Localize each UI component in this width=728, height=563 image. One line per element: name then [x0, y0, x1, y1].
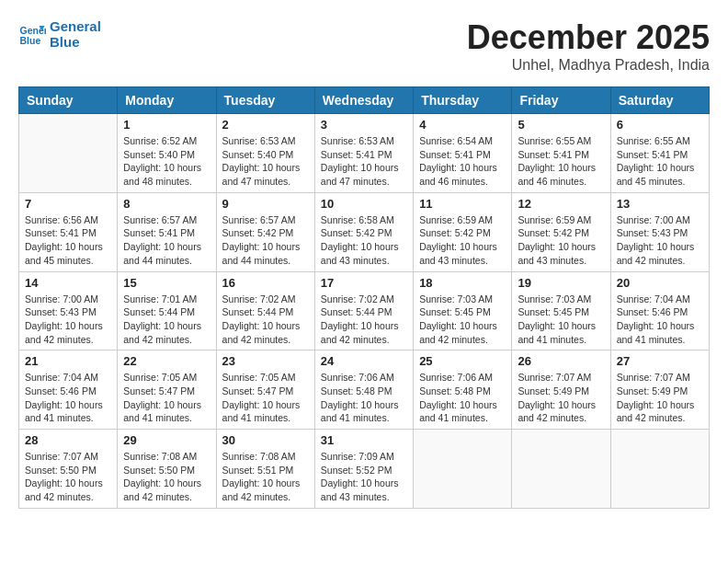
header-friday: Friday	[512, 87, 610, 114]
calendar-cell: 19Sunrise: 7:03 AMSunset: 5:45 PMDayligh…	[512, 271, 610, 350]
calendar-cell: 18Sunrise: 7:03 AMSunset: 5:45 PMDayligh…	[414, 271, 512, 350]
day-info: Sunrise: 7:07 AMSunset: 5:50 PMDaylight:…	[25, 450, 111, 504]
day-info: Sunrise: 6:55 AMSunset: 5:41 PMDaylight:…	[617, 134, 703, 189]
calendar-cell: 2Sunrise: 6:53 AMSunset: 5:40 PMDaylight…	[216, 114, 314, 193]
calendar-cell: 13Sunrise: 7:00 AMSunset: 5:43 PMDayligh…	[610, 192, 709, 271]
calendar-cell: 16Sunrise: 7:02 AMSunset: 5:44 PMDayligh…	[216, 271, 314, 350]
day-number: 29	[123, 433, 210, 447]
calendar-week-row: 21Sunrise: 7:04 AMSunset: 5:46 PMDayligh…	[19, 350, 710, 430]
calendar-cell: 27Sunrise: 7:07 AMSunset: 5:49 PMDayligh…	[610, 350, 709, 430]
calendar-cell: 9Sunrise: 6:57 AMSunset: 5:42 PMDaylight…	[216, 192, 314, 271]
day-info: Sunrise: 6:53 AMSunset: 5:40 PMDaylight:…	[222, 134, 309, 189]
day-info: Sunrise: 6:57 AMSunset: 5:41 PMDaylight:…	[123, 213, 210, 268]
day-info: Sunrise: 7:07 AMSunset: 5:49 PMDaylight:…	[518, 371, 604, 425]
calendar-cell: 22Sunrise: 7:05 AMSunset: 5:47 PMDayligh…	[118, 350, 216, 430]
day-number: 15	[123, 276, 210, 290]
day-number: 13	[617, 197, 703, 211]
day-number: 26	[518, 354, 604, 368]
calendar-cell	[610, 430, 709, 509]
day-info: Sunrise: 7:06 AMSunset: 5:48 PMDaylight:…	[321, 371, 407, 425]
day-number: 5	[518, 118, 604, 132]
day-number: 11	[419, 197, 506, 211]
svg-text:Blue: Blue	[20, 35, 41, 46]
title-section: December 2025 Unhel, Madhya Pradesh, Ind…	[467, 18, 710, 74]
calendar-cell: 31Sunrise: 7:09 AMSunset: 5:52 PMDayligh…	[314, 430, 413, 509]
calendar-cell: 8Sunrise: 6:57 AMSunset: 5:41 PMDaylight…	[118, 192, 216, 271]
calendar-title: December 2025	[467, 18, 710, 57]
day-number: 19	[518, 276, 604, 290]
day-number: 16	[222, 276, 309, 290]
day-number: 4	[419, 118, 506, 132]
day-info: Sunrise: 6:57 AMSunset: 5:42 PMDaylight:…	[222, 213, 309, 268]
day-number: 27	[617, 354, 703, 368]
calendar-cell: 28Sunrise: 7:07 AMSunset: 5:50 PMDayligh…	[19, 430, 118, 509]
calendar-week-row: 14Sunrise: 7:00 AMSunset: 5:43 PMDayligh…	[19, 271, 710, 350]
calendar-cell: 12Sunrise: 6:59 AMSunset: 5:42 PMDayligh…	[512, 192, 610, 271]
day-number: 30	[222, 433, 309, 447]
calendar-cell: 29Sunrise: 7:08 AMSunset: 5:50 PMDayligh…	[118, 430, 216, 509]
day-number: 6	[617, 118, 703, 132]
day-info: Sunrise: 7:02 AMSunset: 5:44 PMDaylight:…	[222, 293, 309, 347]
day-number: 9	[222, 197, 309, 211]
calendar-cell: 26Sunrise: 7:07 AMSunset: 5:49 PMDayligh…	[512, 350, 610, 430]
calendar-cell: 14Sunrise: 7:00 AMSunset: 5:43 PMDayligh…	[19, 271, 118, 350]
calendar-cell: 4Sunrise: 6:54 AMSunset: 5:41 PMDaylight…	[414, 114, 512, 193]
day-number: 28	[25, 433, 111, 447]
header-tuesday: Tuesday	[216, 87, 314, 114]
calendar-cell: 1Sunrise: 6:52 AMSunset: 5:40 PMDaylight…	[118, 114, 216, 193]
header-wednesday: Wednesday	[314, 87, 413, 114]
calendar-cell: 24Sunrise: 7:06 AMSunset: 5:48 PMDayligh…	[314, 350, 413, 430]
day-info: Sunrise: 6:59 AMSunset: 5:42 PMDaylight:…	[518, 213, 604, 268]
day-number: 31	[321, 433, 407, 447]
calendar-week-row: 1Sunrise: 6:52 AMSunset: 5:40 PMDaylight…	[19, 114, 710, 193]
calendar-cell: 17Sunrise: 7:02 AMSunset: 5:44 PMDayligh…	[314, 271, 413, 350]
calendar-cell: 15Sunrise: 7:01 AMSunset: 5:44 PMDayligh…	[118, 271, 216, 350]
day-number: 12	[518, 197, 604, 211]
calendar-cell: 11Sunrise: 6:59 AMSunset: 5:42 PMDayligh…	[414, 192, 512, 271]
day-number: 21	[25, 354, 111, 368]
header-saturday: Saturday	[610, 87, 709, 114]
calendar-cell: 21Sunrise: 7:04 AMSunset: 5:46 PMDayligh…	[19, 350, 118, 430]
day-info: Sunrise: 7:00 AMSunset: 5:43 PMDaylight:…	[25, 293, 111, 347]
calendar-cell: 10Sunrise: 6:58 AMSunset: 5:42 PMDayligh…	[314, 192, 413, 271]
day-number: 22	[123, 354, 210, 368]
day-info: Sunrise: 6:58 AMSunset: 5:42 PMDaylight:…	[321, 213, 407, 268]
calendar-cell: 6Sunrise: 6:55 AMSunset: 5:41 PMDaylight…	[610, 114, 709, 193]
day-number: 10	[321, 197, 407, 211]
day-info: Sunrise: 6:56 AMSunset: 5:41 PMDaylight:…	[25, 213, 111, 268]
day-info: Sunrise: 7:04 AMSunset: 5:46 PMDaylight:…	[25, 371, 111, 425]
calendar-cell: 3Sunrise: 6:53 AMSunset: 5:41 PMDaylight…	[314, 114, 413, 193]
day-info: Sunrise: 6:55 AMSunset: 5:41 PMDaylight:…	[518, 134, 604, 189]
day-info: Sunrise: 7:04 AMSunset: 5:46 PMDaylight:…	[617, 293, 703, 347]
day-info: Sunrise: 7:05 AMSunset: 5:47 PMDaylight:…	[123, 371, 210, 425]
day-info: Sunrise: 6:53 AMSunset: 5:41 PMDaylight:…	[321, 134, 407, 189]
day-info: Sunrise: 7:05 AMSunset: 5:47 PMDaylight:…	[222, 371, 309, 425]
day-number: 17	[321, 276, 407, 290]
calendar-cell	[512, 430, 610, 509]
day-info: Sunrise: 7:00 AMSunset: 5:43 PMDaylight:…	[617, 213, 703, 268]
day-number: 2	[222, 118, 309, 132]
day-number: 14	[25, 276, 111, 290]
calendar-cell	[19, 114, 118, 193]
calendar-cell	[414, 430, 512, 509]
calendar-cell: 25Sunrise: 7:06 AMSunset: 5:48 PMDayligh…	[414, 350, 512, 430]
day-number: 23	[222, 354, 309, 368]
calendar-cell: 5Sunrise: 6:55 AMSunset: 5:41 PMDaylight…	[512, 114, 610, 193]
page-container: General Blue GeneralBlue December 2025 U…	[18, 18, 710, 509]
day-info: Sunrise: 7:08 AMSunset: 5:50 PMDaylight:…	[123, 450, 210, 504]
day-info: Sunrise: 7:03 AMSunset: 5:45 PMDaylight:…	[518, 293, 604, 347]
day-number: 24	[321, 354, 407, 368]
day-number: 3	[321, 118, 407, 132]
day-info: Sunrise: 6:59 AMSunset: 5:42 PMDaylight:…	[419, 213, 506, 268]
day-info: Sunrise: 7:08 AMSunset: 5:51 PMDaylight:…	[222, 450, 309, 504]
day-info: Sunrise: 7:03 AMSunset: 5:45 PMDaylight:…	[419, 293, 506, 347]
day-info: Sunrise: 6:52 AMSunset: 5:40 PMDaylight:…	[123, 134, 210, 189]
day-info: Sunrise: 7:01 AMSunset: 5:44 PMDaylight:…	[123, 293, 210, 347]
day-number: 20	[617, 276, 703, 290]
weekday-header-row: Sunday Monday Tuesday Wednesday Thursday…	[19, 87, 710, 114]
day-number: 18	[419, 276, 506, 290]
calendar-week-row: 7Sunrise: 6:56 AMSunset: 5:41 PMDaylight…	[19, 192, 710, 271]
day-number: 25	[419, 354, 506, 368]
calendar-cell: 23Sunrise: 7:05 AMSunset: 5:47 PMDayligh…	[216, 350, 314, 430]
day-info: Sunrise: 6:54 AMSunset: 5:41 PMDaylight:…	[419, 134, 506, 189]
